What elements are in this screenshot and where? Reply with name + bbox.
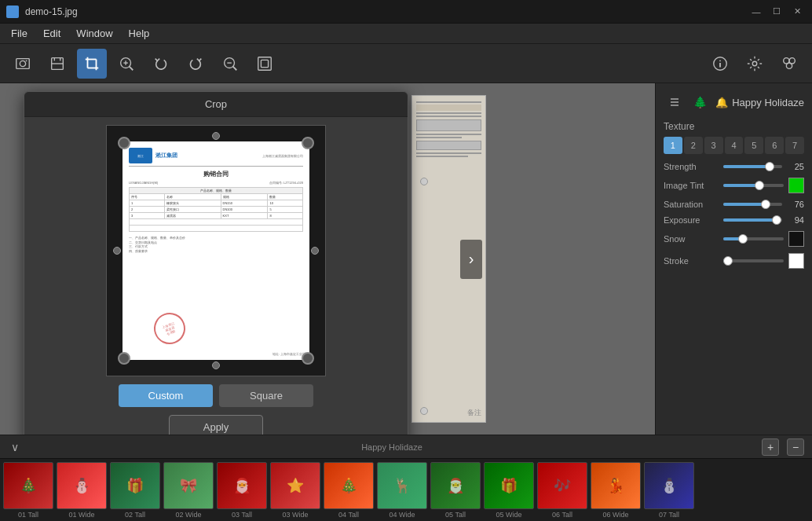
texture-tab-3[interactable]: 3: [704, 137, 723, 154]
exposure-thumb[interactable]: [772, 215, 781, 225]
thumb-01-tall[interactable]: 🎄 01 Tall: [3, 462, 53, 519]
remove-item-button[interactable]: −: [787, 438, 804, 456]
rotate-left-tool-button[interactable]: [146, 49, 176, 79]
crop-square-button[interactable]: Square: [219, 384, 313, 407]
thumb-03-tall[interactable]: 🎅 03 Tall: [217, 462, 267, 519]
stroke-thumb[interactable]: [723, 256, 733, 266]
thumb-06-wide[interactable]: 💃 06 Wide: [591, 462, 641, 519]
collapse-strip-button[interactable]: ∨: [8, 438, 22, 457]
strength-control: Strength 25: [664, 162, 804, 171]
exposure-slider[interactable]: [723, 218, 782, 222]
strength-slider[interactable]: [723, 165, 782, 168]
menu-window[interactable]: Window: [68, 25, 120, 42]
doc-footer: 地址: 上海市嘉定工业区: [272, 352, 305, 356]
thumb-04-wide[interactable]: 🦌 04 Wide: [377, 462, 427, 519]
crop-handle-bl[interactable]: [118, 352, 130, 365]
selection-handle-top[interactable]: [420, 178, 428, 185]
saturation-slider[interactable]: [723, 203, 782, 206]
effects-tool-button[interactable]: [774, 49, 804, 79]
crop-handle-tr[interactable]: [302, 137, 314, 149]
menu-edit[interactable]: Edit: [35, 25, 68, 42]
texture-tab-1[interactable]: 1: [664, 137, 682, 154]
crop-type-buttons: Custom Square: [119, 384, 313, 407]
thumb-05-tall[interactable]: 🎅 05 Tall: [430, 462, 481, 519]
stroke-swatch[interactable]: [788, 253, 804, 269]
thumb-01-wide[interactable]: ⛄ 01 Wide: [57, 462, 107, 519]
crop-apply-button[interactable]: Apply: [169, 415, 263, 435]
stroke-slider[interactable]: [723, 259, 784, 262]
snow-label: Snow: [664, 234, 719, 244]
saturation-thumb[interactable]: [761, 200, 770, 209]
thumb-img-01-tall: 🎄: [3, 462, 53, 509]
menu-file[interactable]: File: [3, 25, 35, 42]
texture-tab-5[interactable]: 5: [744, 137, 763, 154]
thumb-label-03-tall: 03 Tall: [232, 511, 252, 519]
svg-point-1: [20, 61, 25, 66]
image-tint-thumb[interactable]: [755, 181, 764, 190]
exposure-control: Exposure 94: [664, 215, 804, 225]
thumb-deco: ⛄: [645, 463, 693, 508]
crop-dialog: Crop: [24, 91, 408, 435]
zoom-out-tool-button[interactable]: [215, 49, 245, 79]
panel-list-view-button[interactable]: [664, 91, 686, 113]
settings-tool-button[interactable]: [740, 49, 770, 79]
thumb-03-wide[interactable]: ⭐ 03 Wide: [270, 462, 320, 519]
info-tool-button[interactable]: [705, 49, 735, 79]
zoom-in-tool-button[interactable]: [112, 49, 141, 79]
svg-line-16: [233, 66, 237, 70]
crop-custom-button[interactable]: Custom: [119, 384, 213, 407]
stroke-control: Stroke: [664, 253, 804, 269]
thumb-deco: 🎅: [218, 463, 266, 508]
crop-handle-left[interactable]: [113, 247, 121, 255]
photo-tool-button[interactable]: [8, 49, 38, 79]
window-controls: — ☐ ✕: [748, 3, 806, 20]
close-button[interactable]: ✕: [788, 3, 806, 20]
svg-point-22: [719, 60, 721, 61]
rotate-right-tool-button[interactable]: [181, 49, 210, 79]
minimize-button[interactable]: —: [748, 3, 765, 20]
app-icon: [6, 6, 19, 18]
texture-tab-4[interactable]: 4: [725, 137, 744, 154]
image-tint-swatch[interactable]: [788, 178, 804, 193]
thumb-05-wide[interactable]: 🎁 05 Wide: [484, 462, 534, 519]
thumb-deco: 🎄: [324, 463, 373, 508]
selection-handle-bottom[interactable]: [420, 407, 428, 415]
snow-slider[interactable]: [723, 237, 784, 240]
scan-tool-button[interactable]: [42, 49, 72, 79]
thumb-label-03-wide: 03 Wide: [282, 511, 308, 519]
snow-swatch[interactable]: [788, 231, 804, 247]
crop-tool-button[interactable]: [77, 49, 107, 79]
thumb-02-wide[interactable]: 🎀 02 Wide: [163, 462, 214, 519]
strength-thumb[interactable]: [765, 162, 774, 171]
snow-thumb[interactable]: [738, 234, 748, 244]
saturation-value: 76: [787, 200, 804, 209]
thumb-deco: 💃: [591, 463, 640, 508]
image-tint-slider[interactable]: [723, 184, 784, 187]
thumb-02-tall[interactable]: 🎁 02 Tall: [110, 462, 160, 519]
crop-handle-right[interactable]: [311, 247, 319, 255]
texture-tab-6[interactable]: 6: [765, 137, 784, 154]
svg-point-2: [26, 60, 27, 61]
add-item-button[interactable]: +: [762, 438, 779, 456]
texture-tab-2[interactable]: 2: [684, 137, 703, 154]
crop-handle-top[interactable]: [212, 132, 220, 140]
panel-header: 🌲 🔔 Happy Holidaze: [664, 91, 804, 113]
strip-bar: ∨ Happy Holidaze + −: [0, 435, 812, 458]
thumb-04-tall[interactable]: 🎄 04 Tall: [324, 462, 374, 519]
svg-rect-19: [261, 60, 268, 67]
thumb-label-05-wide: 05 Wide: [496, 511, 521, 519]
thumb-label-01-wide: 01 Wide: [68, 511, 94, 519]
maximize-button[interactable]: ☐: [768, 3, 785, 20]
crop-handle-tl[interactable]: [118, 137, 130, 149]
crop-handle-br[interactable]: [302, 352, 314, 365]
next-arrow-button[interactable]: ›: [460, 240, 482, 279]
thumb-06-tall[interactable]: 🎶 06 Tall: [537, 462, 587, 519]
thumb-img-04-wide: 🦌: [377, 462, 427, 509]
menu-help[interactable]: Help: [121, 25, 158, 42]
frame-tool-button[interactable]: [250, 49, 280, 79]
crop-handle-bottom[interactable]: [212, 361, 220, 369]
thumb-07-tall[interactable]: ⛄ 07 Tall: [644, 462, 694, 519]
texture-tab-7[interactable]: 7: [785, 137, 804, 154]
thumb-label-01-tall: 01 Tall: [18, 511, 38, 519]
panel-tree-icon[interactable]: 🌲: [689, 91, 711, 113]
